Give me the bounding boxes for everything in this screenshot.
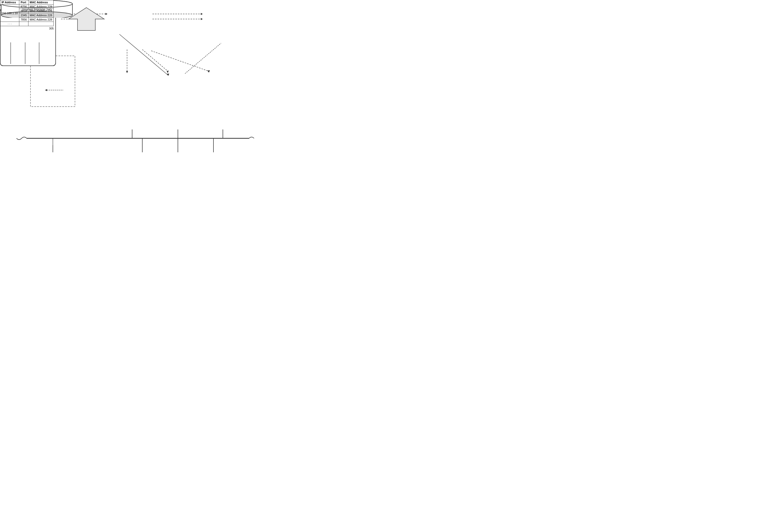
col-port: Port [19, 0, 28, 5]
ref-305: 305 [0, 27, 54, 30]
cell-dots-1: · · · [0, 22, 19, 26]
svg-marker-28 [69, 8, 104, 30]
cell-mac-1: MAC Address 229 [28, 5, 54, 9]
cell-dots-3 [28, 22, 54, 26]
diagram: →TCP.IP Address: 192.168.1.10:2345 →TCP/… [0, 0, 254, 175]
cell-ip: 192.168.1.10 [0, 5, 19, 22]
svg-marker-17 [45, 89, 47, 91]
routing-table: IP Address Port MAC Address 192.168.1.10… [0, 0, 54, 26]
table-row-dots: · · · [0, 22, 54, 26]
svg-marker-5 [201, 13, 203, 15]
cell-port-1: 8756 [19, 5, 28, 9]
routing-table-container: IP Address Port MAC Address 192.168.1.10… [0, 0, 54, 30]
cell-mac-4: MAC Address 228 [28, 18, 54, 22]
svg-marker-11 [167, 71, 169, 73]
svg-line-14 [119, 34, 168, 75]
col-ip-address: IP Address [0, 0, 19, 5]
svg-marker-7 [201, 18, 203, 20]
svg-line-12 [151, 51, 209, 71]
svg-marker-15 [167, 74, 169, 76]
cell-port-3: 2345 [19, 13, 28, 18]
svg-line-10 [142, 49, 168, 71]
col-mac-address: MAC Address [28, 0, 54, 5]
cell-mac-3: MAC Address 228 [28, 13, 54, 18]
svg-marker-1 [105, 13, 107, 15]
cell-dots-2 [19, 22, 28, 26]
svg-line-18 [185, 43, 221, 74]
table-row-1: 192.168.1.10 8756 MAC Address 229 [0, 5, 54, 9]
cell-port-4: 7856 [19, 18, 28, 22]
cell-port-2: 8618 [19, 9, 28, 13]
cell-mac-2: MAC Address 229 [28, 9, 54, 13]
svg-marker-9 [126, 71, 128, 73]
svg-marker-13 [208, 70, 210, 73]
svg-marker-3 [79, 18, 81, 20]
